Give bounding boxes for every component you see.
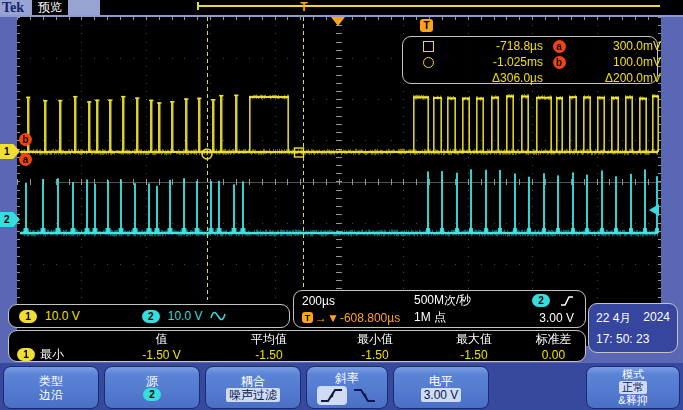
menu-mode-value: 正常 [619,381,647,394]
top-status-bar: Tek 预览 T [0,0,683,15]
menu-strip: 类型 边沿 源 2 耦合 噪声过滤 斜率 [0,363,683,410]
meas-min: -1.50 [324,348,426,362]
cursor-circle-time: -1.025ms [443,55,543,69]
menu-level-value: 3.00 V [421,388,462,402]
tek-logo: Tek [2,0,24,15]
delay-value: -608.800µs [340,311,400,325]
cursor-b-label: b [22,133,28,146]
trigger-level-arrow-icon [649,204,659,216]
meas-value: -1.50 V [109,348,214,362]
datetime-box: 22 4月 2024 17: 50: 23 [588,303,678,353]
menu-slope-title: 斜率 [335,371,359,385]
menu-mode-title: 模式 [622,368,644,381]
menu-source-title: 源 [146,374,158,388]
cursor-b-value: 100.0mV [575,55,661,69]
cursor-b-marker[interactable]: b [19,133,32,146]
channel1-scale: 10.0 V [45,309,80,323]
circle-cursor-icon [423,57,434,68]
oscilloscope-screen: Tek 预览 T 1 b a 2 T -718.8µs a 300.0mV -1… [0,0,683,410]
rising-slope-icon [560,295,574,307]
channel2-badge[interactable]: 2 [142,310,160,323]
cursor-delta-value: Δ200.0mV [575,71,661,85]
cursor-a-badge: a [553,40,566,53]
record-view-start-tick [197,2,199,10]
cursor-a-label: a [23,153,29,166]
meas-header-mean: 平均值 [214,331,324,348]
meas-channel-badge: 1 [17,348,35,361]
cursor-delta-time: Δ306.0µs [443,71,543,85]
cursor-readout-box: -718.8µs a 300.0mV -1.025ms b 100.0mV Δ3… [402,36,658,84]
rising-edge-selected-icon [317,386,347,405]
menu-source-badge: 2 [143,388,161,401]
trigger-source-badge: 2 [532,294,550,307]
delay-arrows-icon: →▼ [315,311,339,325]
menu-coupling-value: 噪声过滤 [226,388,280,402]
meas-header-value: 值 [109,331,214,348]
timebase-value: 200µs [302,294,414,308]
year-value: 2024 [643,310,670,327]
menu-button-slope[interactable]: 斜率 [306,366,388,409]
measurement-bar: 值 平均值 最小值 最大值 标准差 1 最小 -1.50 V -1.50 -1.… [8,330,586,362]
meas-header-stddev: 标准差 [522,331,585,348]
meas-header-min: 最小值 [324,331,426,348]
meas-stddev: 0.00 [522,348,585,362]
sine-coupling-icon [210,310,226,322]
trigger-position-icon [331,17,345,26]
cursor-a-value: 300.0mV [575,39,661,53]
meas-max: -1.50 [426,348,522,362]
time-value: 17: 50: 23 [596,332,670,346]
meas-mean: -1.50 [214,348,324,362]
trigger-level-value: 3.00 V [532,311,578,325]
menu-button-type[interactable]: 类型 边沿 [3,366,99,409]
channel-readout-bar: 1 10.0 V 2 10.0 V [8,304,290,328]
record-view-line [197,5,660,7]
record-view-trigger-icon: T [298,0,310,14]
meas-type-label: 最小 [40,346,64,363]
menu-mode-value2: &释抑 [618,394,647,407]
cursor-b-badge: b [553,56,566,69]
menu-coupling-title: 耦合 [241,374,265,388]
channel2-scale: 10.0 V [168,309,203,323]
menu-type-title: 类型 [39,374,63,388]
falling-edge-icon [353,387,377,404]
acquisition-status-label: 预览 [32,0,68,15]
sample-rate: 500M次/秒 [414,292,532,309]
menu-type-value: 边沿 [39,388,63,402]
channel2-marker-label: 2 [4,214,10,225]
channel1-badge[interactable]: 1 [19,310,37,323]
date-value: 22 4月 [596,310,631,327]
channel1-marker-label: 1 [4,146,10,157]
record-length: 1M 点 [414,309,532,326]
meas-row-label: 1 最小 [9,346,109,363]
square-cursor-icon [423,41,434,52]
menu-button-level[interactable]: 电平 3.00 V [393,366,489,409]
menu-button-source[interactable]: 源 2 [104,366,200,409]
delay-t-icon: T [302,312,313,323]
menu-level-title: 电平 [429,374,453,388]
cursor-square-time: -718.8µs [443,39,543,53]
meas-header-max: 最大值 [426,331,522,348]
trigger-t-icon: T [420,19,433,32]
cursor-a-marker[interactable]: a [19,153,32,166]
menu-button-mode[interactable]: 模式 正常 &释抑 [586,366,680,409]
horizontal-trigger-readout: 200µs 500M次/秒 2 T →▼ -608.800µs 1M 点 3.0… [293,290,586,328]
menu-button-coupling[interactable]: 耦合 噪声过滤 [205,366,301,409]
